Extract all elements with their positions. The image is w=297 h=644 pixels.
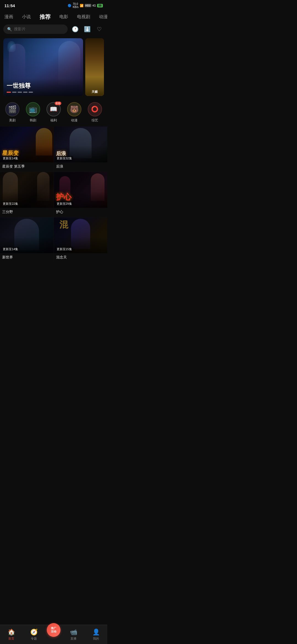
- banner-main-title: 一世独尊: [7, 82, 80, 90]
- category-meiju[interactable]: 🎬 美剧: [5, 102, 20, 123]
- signal-icon: 4G: [92, 4, 96, 7]
- thumb-huniantian: 混 更新至15集: [54, 217, 108, 253]
- status-time: 11:54: [4, 3, 15, 8]
- banner-side[interactable]: 天赐: [85, 38, 104, 96]
- category-zongyi[interactable]: ⭕ 综艺: [88, 102, 102, 123]
- thumb-sanfenye: 更新至22集: [0, 172, 54, 208]
- categories-section: 🎬 美剧 📺 韩剧 📖 影视 福利 🐻 动漫 ⭕ 综艺: [0, 98, 107, 127]
- thumb-title-1: 星辰变: [2, 149, 51, 157]
- tab-anime[interactable]: 动漫: [95, 12, 107, 21]
- title-2: 后浪: [54, 162, 108, 172]
- content-area: 星辰变 更新至14集 星辰变 第五季 后浪 更新至32集 后浪 更: [0, 127, 107, 283]
- thumb-xinshijie: 更新至14集: [0, 217, 54, 253]
- episode-2: 更新至32集: [56, 156, 73, 161]
- bluetooth-icon: 🔵: [68, 4, 72, 7]
- content-item-huxin[interactable]: 护心 更新至29集 护心: [54, 172, 108, 217]
- banner-main[interactable]: 一世独尊: [3, 38, 83, 96]
- top-navigation: 漫画 小说 推荐 电影 电视剧 动漫: [0, 10, 107, 22]
- banner-side-title: 天赐: [85, 90, 104, 94]
- dot-3: [18, 92, 22, 93]
- thumb-xingchenbian: 星辰变 更新至14集: [0, 127, 54, 162]
- meiju-icon-wrap: 🎬: [5, 102, 20, 116]
- fuli-label: 福利: [50, 118, 57, 123]
- zongyi-icon: ⭕: [91, 106, 98, 113]
- thumb-houlang: 后浪 更新至32集: [54, 127, 108, 162]
- title-5: 新世界: [0, 253, 54, 263]
- search-placeholder: 搜影片: [14, 27, 26, 32]
- dot-4: [23, 92, 28, 93]
- fuli-icon-wrap: 📖 影视: [46, 102, 61, 116]
- title-6: 混念天: [54, 253, 108, 263]
- episode-1: 更新至14集: [2, 156, 19, 161]
- tab-manga[interactable]: 漫画: [0, 12, 18, 21]
- banner-section: 一世独尊 天赐: [0, 36, 107, 98]
- hanju-icon: 📺: [29, 105, 37, 113]
- dongman-icon: 🐻: [70, 105, 79, 114]
- search-bar[interactable]: 🔍 搜影片: [3, 24, 68, 34]
- status-bar: 11:54 🔵 70.0KB/s 📶 HD2 4G 88: [0, 0, 107, 10]
- tab-tvshow[interactable]: 电视剧: [73, 12, 95, 21]
- episode-3: 更新至22集: [2, 201, 19, 206]
- banner-side-bg: [85, 38, 104, 96]
- banner-overlay: 一世独尊: [3, 78, 83, 96]
- zongyi-label: 综艺: [92, 118, 98, 123]
- tab-recommend[interactable]: 推荐: [35, 12, 55, 22]
- wifi-icon: 📶: [80, 4, 84, 7]
- status-icons: 🔵 70.0KB/s 📶 HD2 4G 88: [68, 2, 103, 9]
- dot-5: [29, 92, 33, 93]
- episode-4: 更新至29集: [56, 201, 73, 206]
- category-dongman[interactable]: 🐻 动漫: [67, 102, 81, 123]
- thumb-title-4: 护心: [56, 192, 105, 202]
- dot-1: [7, 92, 11, 93]
- fuli-badge: 影视: [55, 102, 61, 105]
- search-icon: 🔍: [7, 27, 12, 31]
- content-item-xingchenbian[interactable]: 星辰变 更新至14集 星辰变 第五季: [0, 127, 54, 172]
- zongyi-icon-wrap: ⭕: [88, 102, 102, 116]
- speed-indicator: 70.0KB/s: [73, 2, 78, 9]
- meiju-icon: 🎬: [8, 105, 17, 114]
- hanju-label: 韩剧: [30, 118, 36, 123]
- content-item-xinshijie[interactable]: 更新至14集 新世界: [0, 217, 54, 263]
- banner-dots: [7, 92, 80, 93]
- tab-novel[interactable]: 小说: [18, 12, 35, 21]
- hd-badge: HD2: [85, 4, 91, 7]
- tab-movie[interactable]: 电影: [55, 12, 73, 21]
- title-3: 三分野: [0, 208, 54, 217]
- download-button[interactable]: ⬇️: [82, 24, 92, 34]
- history-button[interactable]: 🕐: [70, 24, 80, 34]
- category-hanju[interactable]: 📺 韩剧: [26, 102, 40, 123]
- episode-6: 更新至15集: [56, 247, 73, 252]
- dot-2: [12, 92, 16, 93]
- title-4: 护心: [54, 208, 108, 217]
- fuli-icon: 📖: [50, 106, 57, 113]
- search-row: 🔍 搜影片 🕐 ⬇️ ♡: [0, 22, 107, 36]
- meiju-label: 美剧: [9, 118, 16, 123]
- content-item-huniantian[interactable]: 混 更新至15集 混念天: [54, 217, 108, 263]
- dongman-icon-wrap: 🐻: [67, 102, 81, 116]
- thumb-deco-text-6: 混: [59, 219, 68, 231]
- favorites-button[interactable]: ♡: [95, 24, 104, 34]
- thumb-huxin: 护心 更新至29集: [54, 172, 108, 208]
- title-1: 星辰变 第五季: [0, 162, 54, 172]
- battery-icon: 88: [97, 4, 103, 7]
- episode-5: 更新至14集: [2, 247, 19, 252]
- hanju-icon-wrap: 📺: [26, 102, 40, 116]
- content-item-sanfenye[interactable]: 更新至22集 三分野: [0, 172, 54, 217]
- category-fuli[interactable]: 📖 影视 福利: [46, 102, 61, 123]
- content-item-houlang[interactable]: 后浪 更新至32集 后浪: [54, 127, 108, 172]
- content-grid: 星辰变 更新至14集 星辰变 第五季 后浪 更新至32集 后浪 更: [0, 127, 107, 263]
- dongman-label: 动漫: [71, 118, 78, 123]
